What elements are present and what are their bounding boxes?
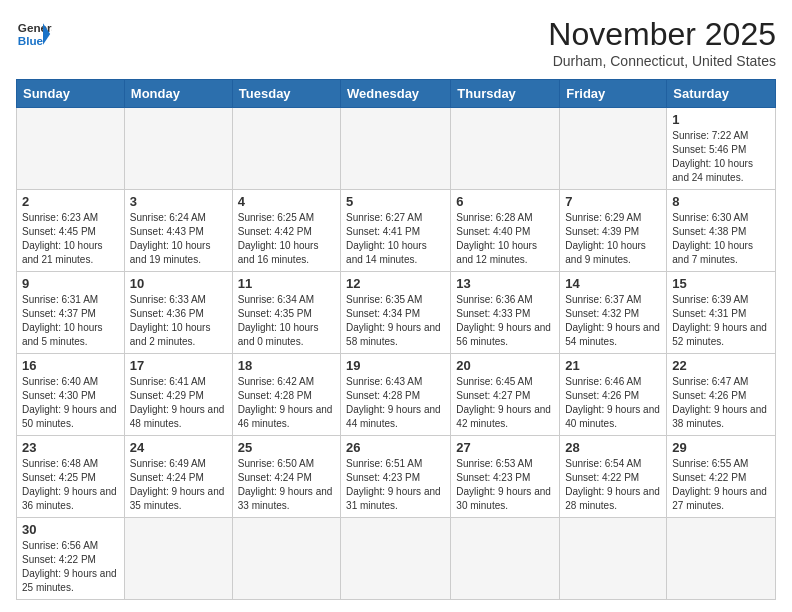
day-number: 13 bbox=[456, 276, 554, 291]
col-header-wednesday: Wednesday bbox=[341, 80, 451, 108]
day-info: Sunrise: 6:56 AM Sunset: 4:22 PM Dayligh… bbox=[22, 539, 119, 595]
day-number: 24 bbox=[130, 440, 227, 455]
month-title: November 2025 bbox=[548, 16, 776, 53]
calendar-cell: 10Sunrise: 6:33 AM Sunset: 4:36 PM Dayli… bbox=[124, 272, 232, 354]
day-number: 10 bbox=[130, 276, 227, 291]
calendar-cell: 7Sunrise: 6:29 AM Sunset: 4:39 PM Daylig… bbox=[560, 190, 667, 272]
calendar-cell: 28Sunrise: 6:54 AM Sunset: 4:22 PM Dayli… bbox=[560, 436, 667, 518]
calendar-cell: 17Sunrise: 6:41 AM Sunset: 4:29 PM Dayli… bbox=[124, 354, 232, 436]
day-info: Sunrise: 6:41 AM Sunset: 4:29 PM Dayligh… bbox=[130, 375, 227, 431]
title-block: November 2025 Durham, Connecticut, Unite… bbox=[548, 16, 776, 69]
day-info: Sunrise: 6:55 AM Sunset: 4:22 PM Dayligh… bbox=[672, 457, 770, 513]
logo: General Blue bbox=[16, 16, 52, 52]
week-row-5: 23Sunrise: 6:48 AM Sunset: 4:25 PM Dayli… bbox=[17, 436, 776, 518]
calendar-cell: 19Sunrise: 6:43 AM Sunset: 4:28 PM Dayli… bbox=[341, 354, 451, 436]
day-number: 14 bbox=[565, 276, 661, 291]
col-header-sunday: Sunday bbox=[17, 80, 125, 108]
calendar-cell bbox=[232, 518, 340, 600]
day-info: Sunrise: 6:28 AM Sunset: 4:40 PM Dayligh… bbox=[456, 211, 554, 267]
day-info: Sunrise: 6:25 AM Sunset: 4:42 PM Dayligh… bbox=[238, 211, 335, 267]
day-number: 19 bbox=[346, 358, 445, 373]
calendar-cell: 18Sunrise: 6:42 AM Sunset: 4:28 PM Dayli… bbox=[232, 354, 340, 436]
page-header: General Blue November 2025 Durham, Conne… bbox=[16, 16, 776, 69]
day-info: Sunrise: 6:48 AM Sunset: 4:25 PM Dayligh… bbox=[22, 457, 119, 513]
calendar-cell: 3Sunrise: 6:24 AM Sunset: 4:43 PM Daylig… bbox=[124, 190, 232, 272]
day-number: 25 bbox=[238, 440, 335, 455]
day-info: Sunrise: 6:33 AM Sunset: 4:36 PM Dayligh… bbox=[130, 293, 227, 349]
week-row-6: 30Sunrise: 6:56 AM Sunset: 4:22 PM Dayli… bbox=[17, 518, 776, 600]
day-number: 28 bbox=[565, 440, 661, 455]
day-number: 2 bbox=[22, 194, 119, 209]
calendar-cell bbox=[667, 518, 776, 600]
day-number: 12 bbox=[346, 276, 445, 291]
day-info: Sunrise: 6:35 AM Sunset: 4:34 PM Dayligh… bbox=[346, 293, 445, 349]
day-number: 8 bbox=[672, 194, 770, 209]
day-info: Sunrise: 7:22 AM Sunset: 5:46 PM Dayligh… bbox=[672, 129, 770, 185]
week-row-4: 16Sunrise: 6:40 AM Sunset: 4:30 PM Dayli… bbox=[17, 354, 776, 436]
day-info: Sunrise: 6:50 AM Sunset: 4:24 PM Dayligh… bbox=[238, 457, 335, 513]
generalblue-logo-icon: General Blue bbox=[16, 16, 52, 52]
col-header-monday: Monday bbox=[124, 80, 232, 108]
col-header-saturday: Saturday bbox=[667, 80, 776, 108]
calendar-cell: 13Sunrise: 6:36 AM Sunset: 4:33 PM Dayli… bbox=[451, 272, 560, 354]
calendar-cell: 12Sunrise: 6:35 AM Sunset: 4:34 PM Dayli… bbox=[341, 272, 451, 354]
week-row-3: 9Sunrise: 6:31 AM Sunset: 4:37 PM Daylig… bbox=[17, 272, 776, 354]
calendar-cell: 21Sunrise: 6:46 AM Sunset: 4:26 PM Dayli… bbox=[560, 354, 667, 436]
day-info: Sunrise: 6:30 AM Sunset: 4:38 PM Dayligh… bbox=[672, 211, 770, 267]
day-info: Sunrise: 6:53 AM Sunset: 4:23 PM Dayligh… bbox=[456, 457, 554, 513]
calendar-cell bbox=[560, 108, 667, 190]
day-number: 5 bbox=[346, 194, 445, 209]
day-number: 27 bbox=[456, 440, 554, 455]
day-number: 23 bbox=[22, 440, 119, 455]
calendar-cell: 15Sunrise: 6:39 AM Sunset: 4:31 PM Dayli… bbox=[667, 272, 776, 354]
calendar-cell: 27Sunrise: 6:53 AM Sunset: 4:23 PM Dayli… bbox=[451, 436, 560, 518]
calendar-cell: 14Sunrise: 6:37 AM Sunset: 4:32 PM Dayli… bbox=[560, 272, 667, 354]
calendar-cell: 26Sunrise: 6:51 AM Sunset: 4:23 PM Dayli… bbox=[341, 436, 451, 518]
day-info: Sunrise: 6:46 AM Sunset: 4:26 PM Dayligh… bbox=[565, 375, 661, 431]
calendar-cell: 4Sunrise: 6:25 AM Sunset: 4:42 PM Daylig… bbox=[232, 190, 340, 272]
day-info: Sunrise: 6:24 AM Sunset: 4:43 PM Dayligh… bbox=[130, 211, 227, 267]
week-row-1: 1Sunrise: 7:22 AM Sunset: 5:46 PM Daylig… bbox=[17, 108, 776, 190]
calendar-cell: 16Sunrise: 6:40 AM Sunset: 4:30 PM Dayli… bbox=[17, 354, 125, 436]
day-number: 6 bbox=[456, 194, 554, 209]
calendar-cell bbox=[560, 518, 667, 600]
calendar-cell bbox=[232, 108, 340, 190]
calendar-cell: 25Sunrise: 6:50 AM Sunset: 4:24 PM Dayli… bbox=[232, 436, 340, 518]
day-info: Sunrise: 6:40 AM Sunset: 4:30 PM Dayligh… bbox=[22, 375, 119, 431]
calendar-cell bbox=[451, 518, 560, 600]
day-info: Sunrise: 6:29 AM Sunset: 4:39 PM Dayligh… bbox=[565, 211, 661, 267]
calendar-cell bbox=[124, 108, 232, 190]
calendar-cell bbox=[341, 108, 451, 190]
day-number: 15 bbox=[672, 276, 770, 291]
day-info: Sunrise: 6:34 AM Sunset: 4:35 PM Dayligh… bbox=[238, 293, 335, 349]
day-number: 17 bbox=[130, 358, 227, 373]
day-info: Sunrise: 6:23 AM Sunset: 4:45 PM Dayligh… bbox=[22, 211, 119, 267]
calendar-cell: 30Sunrise: 6:56 AM Sunset: 4:22 PM Dayli… bbox=[17, 518, 125, 600]
calendar-cell: 8Sunrise: 6:30 AM Sunset: 4:38 PM Daylig… bbox=[667, 190, 776, 272]
calendar-cell: 23Sunrise: 6:48 AM Sunset: 4:25 PM Dayli… bbox=[17, 436, 125, 518]
day-info: Sunrise: 6:37 AM Sunset: 4:32 PM Dayligh… bbox=[565, 293, 661, 349]
day-info: Sunrise: 6:51 AM Sunset: 4:23 PM Dayligh… bbox=[346, 457, 445, 513]
day-number: 9 bbox=[22, 276, 119, 291]
calendar-cell: 9Sunrise: 6:31 AM Sunset: 4:37 PM Daylig… bbox=[17, 272, 125, 354]
calendar-cell: 11Sunrise: 6:34 AM Sunset: 4:35 PM Dayli… bbox=[232, 272, 340, 354]
calendar-cell bbox=[17, 108, 125, 190]
calendar-cell bbox=[451, 108, 560, 190]
col-header-thursday: Thursday bbox=[451, 80, 560, 108]
day-number: 11 bbox=[238, 276, 335, 291]
calendar-cell: 22Sunrise: 6:47 AM Sunset: 4:26 PM Dayli… bbox=[667, 354, 776, 436]
day-number: 18 bbox=[238, 358, 335, 373]
day-number: 3 bbox=[130, 194, 227, 209]
week-row-2: 2Sunrise: 6:23 AM Sunset: 4:45 PM Daylig… bbox=[17, 190, 776, 272]
day-number: 26 bbox=[346, 440, 445, 455]
day-info: Sunrise: 6:31 AM Sunset: 4:37 PM Dayligh… bbox=[22, 293, 119, 349]
day-number: 1 bbox=[672, 112, 770, 127]
day-number: 7 bbox=[565, 194, 661, 209]
day-info: Sunrise: 6:27 AM Sunset: 4:41 PM Dayligh… bbox=[346, 211, 445, 267]
day-number: 4 bbox=[238, 194, 335, 209]
calendar-cell: 6Sunrise: 6:28 AM Sunset: 4:40 PM Daylig… bbox=[451, 190, 560, 272]
day-info: Sunrise: 6:54 AM Sunset: 4:22 PM Dayligh… bbox=[565, 457, 661, 513]
calendar-cell bbox=[341, 518, 451, 600]
calendar-cell: 24Sunrise: 6:49 AM Sunset: 4:24 PM Dayli… bbox=[124, 436, 232, 518]
calendar-cell bbox=[124, 518, 232, 600]
